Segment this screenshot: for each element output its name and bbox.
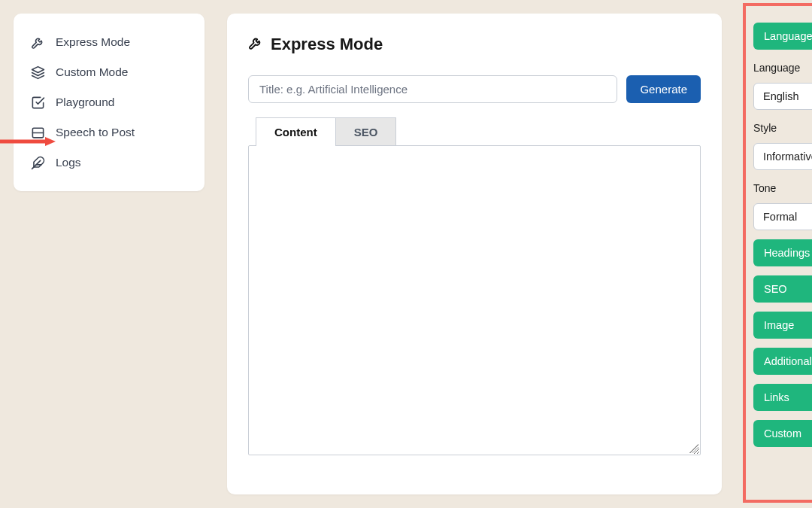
sidebar: Express Mode Custom Mode Playground Spee… bbox=[14, 14, 205, 191]
panel-links-button[interactable]: Links bbox=[753, 384, 812, 411]
title-input[interactable] bbox=[248, 75, 617, 103]
main-panel: Express Mode Generate Content SEO bbox=[227, 14, 722, 494]
sidebar-item-custom-mode[interactable]: Custom Mode bbox=[14, 57, 205, 87]
settings-panel: Language Language English Style Informat… bbox=[744, 14, 812, 494]
layers-icon bbox=[30, 65, 45, 80]
panel-language-button[interactable]: Language bbox=[753, 23, 812, 50]
generate-button[interactable]: Generate bbox=[626, 75, 701, 103]
wrench-icon bbox=[30, 35, 45, 50]
sidebar-item-label: Speech to Post bbox=[56, 126, 135, 139]
page-header: Express Mode bbox=[248, 35, 701, 54]
tone-select[interactable]: Formal bbox=[753, 203, 812, 230]
tabs: Content SEO bbox=[256, 117, 701, 145]
sidebar-item-label: Playground bbox=[56, 96, 114, 109]
svg-marker-0 bbox=[32, 66, 44, 72]
panel-seo-button[interactable]: SEO bbox=[753, 275, 812, 303]
sidebar-item-logs[interactable]: Logs bbox=[14, 148, 205, 178]
language-select[interactable]: English bbox=[753, 83, 812, 110]
database-icon bbox=[30, 125, 45, 140]
tab-content[interactable]: Content bbox=[256, 117, 336, 146]
field-label-tone: Tone bbox=[753, 182, 812, 194]
panel-headings-button[interactable]: Headings bbox=[753, 239, 812, 266]
tab-seo[interactable]: SEO bbox=[336, 117, 397, 146]
wrench-icon bbox=[248, 35, 263, 53]
field-label-language: Language bbox=[753, 62, 812, 74]
field-label-style: Style bbox=[753, 122, 812, 134]
style-select[interactable]: Informative bbox=[753, 143, 812, 170]
sidebar-item-speech-to-post[interactable]: Speech to Post bbox=[14, 117, 205, 148]
sidebar-item-label: Express Mode bbox=[56, 35, 130, 49]
panel-image-button[interactable]: Image bbox=[753, 312, 812, 339]
sidebar-item-playground[interactable]: Playground bbox=[14, 87, 205, 117]
content-editor[interactable] bbox=[248, 145, 701, 455]
sidebar-item-label: Custom Mode bbox=[56, 65, 128, 79]
check-square-icon bbox=[30, 95, 45, 110]
sidebar-item-express-mode[interactable]: Express Mode bbox=[14, 27, 205, 57]
panel-additional-button[interactable]: Additional bbox=[753, 348, 812, 375]
panel-custom-button[interactable]: Custom bbox=[753, 420, 812, 447]
feather-icon bbox=[30, 155, 45, 170]
page-title: Express Mode bbox=[271, 35, 383, 54]
sidebar-item-label: Logs bbox=[56, 156, 81, 169]
